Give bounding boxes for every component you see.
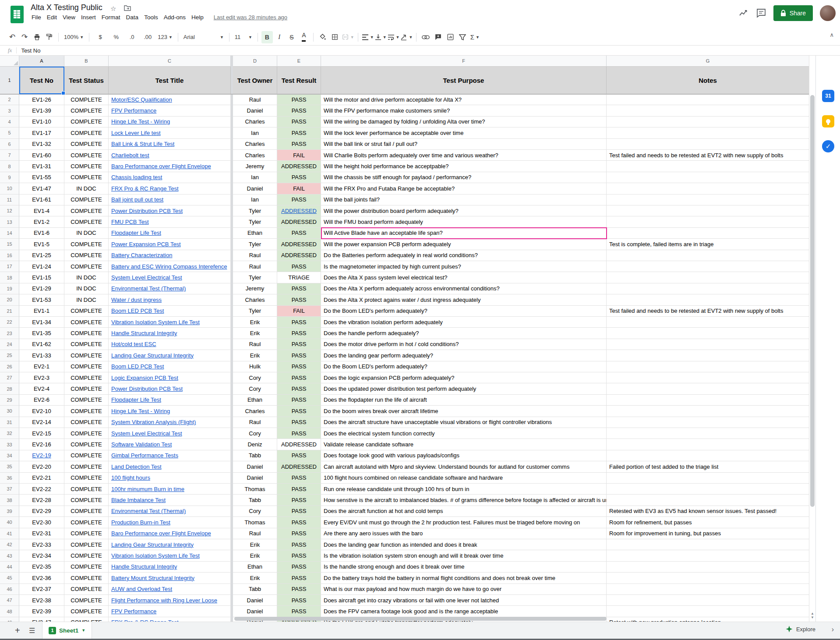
row-header-30[interactable]: 30 [0, 406, 19, 417]
cell-B43[interactable]: COMPLETE [64, 550, 109, 561]
collapse-panel-chevron[interactable]: › [832, 626, 834, 633]
cell-G20[interactable] [607, 294, 809, 305]
insert-comment-button[interactable] [432, 31, 444, 43]
menu-item-tools[interactable]: Tools [144, 14, 158, 21]
cell-F20[interactable]: Does the Alta X protect agains water / d… [321, 294, 607, 305]
cell-F13[interactable]: Will the FMU board perform adequately [321, 216, 607, 227]
cell-B49[interactable]: COMPLETE [64, 617, 109, 622]
vertical-align-button[interactable]: ▼ [375, 31, 387, 43]
font-select[interactable]: Arial▼ [182, 31, 226, 43]
cell-E13[interactable]: ADDRESSED [277, 216, 321, 227]
sheet-grid[interactable]: ABCDEFG 1Test NoTest StatusTest TitleTes… [0, 56, 809, 622]
row-header-18[interactable]: 18 [0, 272, 19, 283]
cell-E39[interactable]: PASS [277, 506, 321, 517]
cell-E5[interactable]: PASS [277, 127, 321, 138]
cell-B47[interactable]: COMPLETE [64, 595, 109, 606]
cell-G14[interactable] [607, 228, 809, 239]
cell-G31[interactable] [607, 417, 809, 428]
cell-F44[interactable]: Is the handle strong enough and does it … [321, 562, 607, 573]
cell-C13[interactable]: FMU PCB Test [109, 216, 231, 227]
row-header-36[interactable]: 36 [0, 473, 19, 484]
cell-F40[interactable]: Every EV/DV unit must go through the 2 h… [321, 517, 607, 528]
cell-B46[interactable]: COMPLETE [64, 584, 109, 595]
row-header-28[interactable]: 28 [0, 383, 19, 394]
cell-B6[interactable]: COMPLETE [64, 139, 109, 150]
sheet-tab-active[interactable]: 1 Sheet1 ▼ [42, 622, 92, 639]
column-header-F[interactable]: F [321, 56, 607, 67]
zoom-select[interactable]: 100%▼ [62, 31, 85, 43]
cell-D39[interactable]: Cory [233, 506, 277, 517]
cell-F1[interactable]: Test Purpose [321, 67, 607, 94]
column-header-C[interactable]: C [109, 56, 231, 67]
cell-C6[interactable]: Ball Link & Strut Life Test [109, 139, 231, 150]
column-header-A[interactable]: A [19, 56, 64, 67]
row-header-3[interactable]: 3 [0, 105, 19, 116]
cell-F4[interactable]: Will the wiring be damaged by folding / … [321, 117, 607, 127]
cell-F12[interactable]: Will the power distribution board perfor… [321, 205, 607, 216]
cell-B1[interactable]: Test Status [64, 67, 109, 94]
vertical-scrollbar[interactable] [810, 95, 815, 507]
cell-D47[interactable]: Daniel [233, 595, 277, 606]
cell-C26[interactable]: Boom LED PCB Test [109, 361, 231, 372]
cell-B26[interactable]: COMPLETE [64, 361, 109, 372]
cell-G15[interactable]: Test is complete, failed items are in tr… [607, 239, 809, 250]
cell-E6[interactable]: PASS [277, 139, 321, 150]
cell-D16[interactable]: Raul [233, 250, 277, 261]
cell-E47[interactable]: PASS [277, 595, 321, 606]
row-header-16[interactable]: 16 [0, 250, 19, 261]
cell-A16[interactable]: EV1-25 [19, 250, 64, 261]
cell-A8[interactable]: EV1-31 [19, 161, 64, 172]
cell-E41[interactable]: PASS [277, 528, 321, 539]
cell-A13[interactable]: EV1-2 [19, 216, 64, 227]
cell-D48[interactable]: Daniel [233, 606, 277, 617]
cell-A41[interactable]: EV2-31 [19, 528, 64, 539]
cell-F14[interactable]: Will Active Blade have an acceptable lif… [321, 228, 607, 239]
more-formats-button[interactable]: 123▼ [156, 31, 174, 43]
cell-D12[interactable]: Tyler [233, 205, 277, 216]
cell-E25[interactable]: PASS [277, 350, 321, 361]
cell-B30[interactable]: COMPLETE [64, 406, 109, 417]
cell-F25[interactable]: Does the landing gear perform adequately… [321, 350, 607, 361]
cell-E33[interactable]: ADDRESSED [277, 439, 321, 450]
cell-B48[interactable]: COMPLETE [64, 606, 109, 617]
cell-D24[interactable]: Raul [233, 339, 277, 350]
cell-G6[interactable] [607, 139, 809, 150]
cell-C1[interactable]: Test Title [109, 67, 231, 94]
cell-E12[interactable]: ADDRESSED [277, 205, 321, 216]
cell-G30[interactable] [607, 406, 809, 417]
cell-D22[interactable]: Erik [233, 317, 277, 328]
cell-F33[interactable]: Validate release candidate software [321, 439, 607, 450]
row-header-14[interactable]: 14 [0, 228, 19, 239]
last-edit-link[interactable]: Last edit was 28 minutes ago [214, 14, 287, 21]
cell-B24[interactable]: COMPLETE [64, 339, 109, 350]
cell-D46[interactable]: Tabb [233, 584, 277, 595]
cell-G22[interactable] [607, 317, 809, 328]
cell-C3[interactable]: FPV Performance [109, 105, 231, 116]
cell-E3[interactable]: PASS [277, 105, 321, 116]
cell-C16[interactable]: Battery Characterization [109, 250, 231, 261]
cell-F16[interactable]: Do the Batteries perform adequately in r… [321, 250, 607, 261]
cell-D42[interactable]: Erik [233, 539, 277, 550]
cell-C35[interactable]: Land Detection Test [109, 461, 231, 472]
cell-E31[interactable]: PASS [277, 417, 321, 428]
cell-C7[interactable]: Charliebolt test [109, 150, 231, 161]
cell-F41[interactable]: Are there any aero issues with the baro [321, 528, 607, 539]
cell-D41[interactable]: Raul [233, 528, 277, 539]
cell-A25[interactable]: EV1-33 [19, 350, 64, 361]
cell-E20[interactable]: PASS [277, 294, 321, 305]
cell-E4[interactable]: PASS [277, 117, 321, 127]
cell-G33[interactable] [607, 439, 809, 450]
cell-G39[interactable]: Retested with EV3 as EV5 had known senso… [607, 506, 809, 517]
cell-E29[interactable]: PASS [277, 395, 321, 406]
cell-A28[interactable]: EV2-4 [19, 383, 64, 394]
explore-button[interactable]: Explore [785, 625, 815, 633]
document-title[interactable]: Alta X Testing Public [31, 3, 102, 12]
font-size-select[interactable]: 11▼ [233, 31, 254, 43]
cell-C42[interactable]: Landing Gear Structural Integrity [109, 539, 231, 550]
cell-D18[interactable]: Tyler [233, 272, 277, 283]
cell-B2[interactable]: COMPLETE [64, 94, 109, 105]
row-header-1[interactable]: 1 [0, 67, 19, 94]
cell-A30[interactable]: EV2-10 [19, 406, 64, 417]
cell-B28[interactable]: COMPLETE [64, 383, 109, 394]
sheets-logo-icon[interactable] [11, 6, 24, 23]
